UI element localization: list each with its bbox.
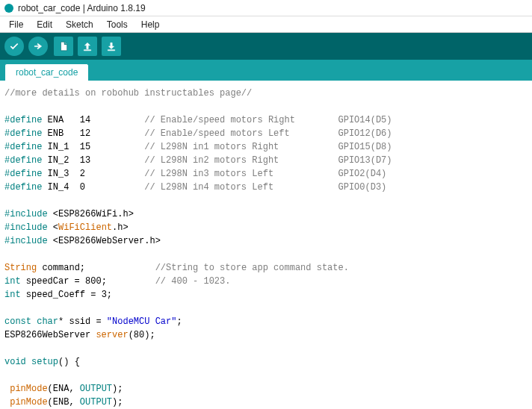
code-comment: //String to store app command state. <box>155 263 349 273</box>
file-icon <box>58 41 69 51</box>
save-button[interactable] <box>102 37 121 56</box>
code-text: ; <box>176 316 182 327</box>
code-text: .h <box>112 222 123 233</box>
arrow-down-icon <box>106 41 117 51</box>
code-text: ESP8266WiFi <box>58 209 117 219</box>
code-keyword: #define <box>4 155 42 166</box>
menu-sketch[interactable]: Sketch <box>60 18 99 31</box>
code-comment: // 400 - 1023. <box>155 276 231 287</box>
code-comment: // L298N in2 motors Right GPIO13(D7) <box>144 155 392 166</box>
code-keyword: const <box>4 316 31 327</box>
verify-button[interactable] <box>4 37 24 56</box>
code-text: > <box>123 222 128 233</box>
code-text: (ENA, <box>48 384 80 394</box>
toolbar-left-group <box>4 37 48 56</box>
code-text: < <box>48 209 58 219</box>
code-text: command; <box>37 263 155 273</box>
code-keyword: #define <box>4 182 42 193</box>
tabbar: robot_car_code <box>0 60 532 81</box>
code-keyword: #define <box>4 128 42 139</box>
menu-edit[interactable]: Edit <box>31 18 58 31</box>
code-type: String <box>4 263 37 273</box>
arduino-icon <box>4 4 13 13</box>
code-text: ESP8266WebServer <box>4 330 96 340</box>
tab-main[interactable]: robot_car_code <box>4 63 89 81</box>
code-comment: //more details on robohub instructables … <box>4 88 252 99</box>
code-text: ); <box>112 397 123 408</box>
code-text: > <box>155 236 161 246</box>
code-text: * ssid = <box>58 316 107 327</box>
code-text: < <box>48 236 58 246</box>
menubar: File Edit Sketch Tools Help <box>0 16 532 33</box>
code-keyword: #include <box>4 222 48 233</box>
code-text: ENB 12 <box>42 128 144 139</box>
new-button[interactable] <box>54 37 73 56</box>
code-keyword: char <box>31 316 58 327</box>
upload-button[interactable] <box>28 37 48 56</box>
code-func: pinMode <box>4 384 48 394</box>
code-comment: // L298N in3 motors Left GPIO2(D4) <box>144 169 386 179</box>
code-text: IN_3 2 <box>42 169 144 179</box>
menu-file[interactable]: File <box>3 18 29 31</box>
code-keyword: int <box>4 290 21 300</box>
code-keyword: #define <box>4 142 42 152</box>
arrow-right-icon <box>33 41 43 51</box>
menu-help[interactable]: Help <box>135 18 166 31</box>
code-keyword: #include <box>4 236 48 246</box>
code-text: .h <box>117 209 128 219</box>
code-text: () { <box>58 357 80 367</box>
code-text: ); <box>112 384 123 394</box>
code-text: IN_2 13 <box>42 155 144 166</box>
code-func: pinMode <box>4 397 48 408</box>
code-text: < <box>48 222 58 233</box>
code-const: OUTPUT <box>80 397 112 408</box>
code-keyword: #include <box>4 209 48 219</box>
code-keyword: int <box>4 276 21 287</box>
code-type: WiFiClient <box>58 222 112 233</box>
code-text: IN_1 15 <box>42 142 144 152</box>
code-text: speedCar = 800; <box>21 276 155 287</box>
arrow-up-icon <box>82 41 93 51</box>
toolbar <box>0 33 532 60</box>
toolbar-right-group <box>54 37 121 56</box>
menu-tools[interactable]: Tools <box>101 18 134 31</box>
code-comment: // Enable/speed motors Right GPIO14(D5) <box>144 115 392 125</box>
code-text: ESP8266WebServer <box>58 236 144 246</box>
code-string: "NodeMCU Car" <box>107 316 177 327</box>
code-text: ENA 14 <box>42 115 144 125</box>
code-keyword: #define <box>4 169 42 179</box>
code-text: > <box>129 209 134 219</box>
code-editor[interactable]: //more details on robohub instructables … <box>0 81 532 409</box>
code-keyword: #define <box>4 115 42 125</box>
code-comment: // Enable/speed motors Left GPIO12(D6) <box>144 128 392 139</box>
code-text: speed_Coeff = 3; <box>21 290 112 300</box>
code-text: IN_4 0 <box>42 182 144 193</box>
code-ident: server <box>96 330 128 340</box>
check-icon <box>9 41 19 51</box>
code-comment: // L298N in1 motors Right GPIO15(D8) <box>144 142 392 152</box>
code-text: .h <box>144 236 155 246</box>
titlebar: robot_car_code | Arduino 1.8.19 <box>0 0 532 16</box>
code-comment: // L298N in4 motors Left GPIO0(D3) <box>144 182 386 193</box>
window-title: robot_car_code | Arduino 1.8.19 <box>18 3 146 13</box>
code-keyword: void <box>4 357 26 367</box>
code-const: OUTPUT <box>80 384 112 394</box>
code-func: setup <box>26 357 58 367</box>
code-text: (ENB, <box>48 397 80 408</box>
open-button[interactable] <box>78 37 97 56</box>
code-text: (80); <box>129 330 155 340</box>
